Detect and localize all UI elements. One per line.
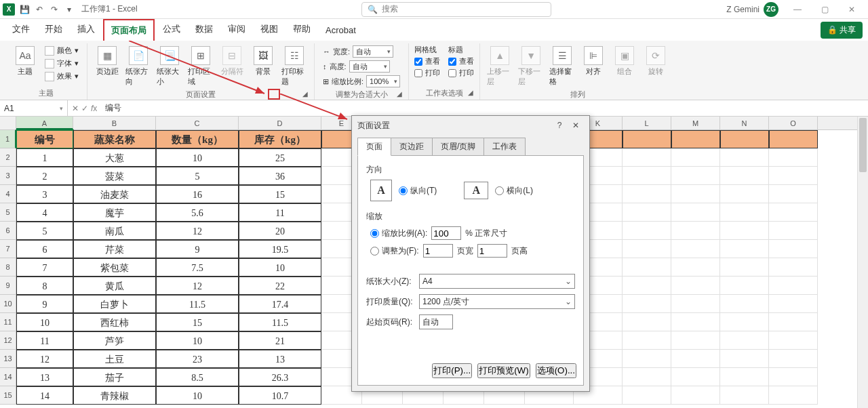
scale-launcher-icon[interactable]: ◢ [395, 90, 404, 100]
cell-M2[interactable] [671, 148, 720, 167]
cell-A7[interactable]: 6 [16, 240, 73, 258]
cell-D2[interactable]: 25 [239, 148, 321, 167]
col-header-A[interactable]: A [16, 117, 73, 129]
cell-N12[interactable] [720, 331, 769, 350]
cell-L9[interactable] [623, 277, 671, 295]
cell-C2[interactable]: 10 [156, 148, 239, 167]
send-backward-button[interactable]: ▼下移一层 [517, 45, 545, 88]
cell-N9[interactable] [720, 277, 769, 295]
cell-L14[interactable] [623, 368, 671, 386]
close-button[interactable]: ✕ [838, 0, 865, 19]
cell-D15[interactable]: 10.7 [239, 386, 321, 405]
adjust-to-radio[interactable]: 缩放比例(A): [370, 228, 427, 239]
orientation-button[interactable]: 📄纸张方向 [124, 45, 153, 88]
cell-A3[interactable]: 2 [16, 167, 73, 185]
tab-页面布局[interactable]: 页面布局 [103, 19, 155, 41]
fonts-button[interactable]: 字体 ▾ [42, 58, 81, 69]
size-button[interactable]: 📃纸张大小 [155, 45, 184, 88]
cell-A10[interactable]: 9 [16, 295, 73, 313]
cell-B15[interactable]: 青辣椒 [73, 386, 156, 405]
cell-L7[interactable] [623, 240, 671, 258]
tab-审阅[interactable]: 审阅 [221, 19, 252, 41]
cell-O9[interactable] [769, 277, 818, 295]
breaks-button[interactable]: ⊟分隔符 [218, 45, 246, 78]
cell-D5[interactable]: 11 [239, 203, 321, 222]
cell-O7[interactable] [769, 240, 818, 258]
cell-A13[interactable]: 12 [16, 350, 73, 368]
cell-O12[interactable] [769, 331, 818, 350]
cell-C5[interactable]: 5.6 [156, 203, 239, 222]
fit-to-radio[interactable]: 调整为(F): [370, 245, 419, 257]
tab-帮助[interactable]: 帮助 [286, 19, 317, 41]
cell-C12[interactable]: 10 [156, 331, 239, 350]
cell-C1[interactable]: 数量（kg） [156, 130, 239, 148]
cell-M8[interactable] [671, 258, 720, 277]
colors-button[interactable]: 颜色 ▾ [42, 45, 81, 56]
tab-插入[interactable]: 插入 [71, 19, 102, 41]
cell-N15[interactable] [720, 386, 769, 405]
cell-L8[interactable] [623, 258, 671, 277]
cell-C7[interactable]: 9 [156, 240, 239, 258]
dialog-tab-0[interactable]: 页面 [357, 138, 391, 156]
account-area[interactable]: Z Gemini ZG [726, 2, 778, 17]
print-area-button[interactable]: ⊞打印区域 [186, 45, 215, 88]
first-page-input[interactable]: 自动 [419, 314, 453, 329]
tab-视图[interactable]: 视图 [254, 19, 285, 41]
cell-L1[interactable] [623, 130, 671, 148]
cell-D7[interactable]: 19.5 [239, 240, 321, 258]
row-header-10[interactable]: 10 [0, 295, 16, 313]
cell-O2[interactable] [769, 148, 818, 167]
background-button[interactable]: 🖼背景 [249, 45, 277, 78]
cell-A1[interactable]: 编号 [16, 130, 73, 148]
cell-M13[interactable] [671, 350, 720, 368]
row-header-13[interactable]: 13 [0, 350, 16, 368]
qat-customize-icon[interactable]: ▾ [64, 4, 75, 15]
minimize-button[interactable]: — [784, 0, 811, 19]
formula-input[interactable]: 编号 [101, 102, 868, 114]
col-header-B[interactable]: B [73, 117, 156, 129]
cell-D13[interactable]: 13 [239, 350, 321, 368]
cell-C8[interactable]: 7.5 [156, 258, 239, 277]
fit-height-input[interactable] [477, 244, 507, 258]
maximize-button[interactable]: ▢ [811, 0, 838, 19]
margins-button[interactable]: ▦页边距 [93, 45, 121, 78]
cell-D12[interactable]: 21 [239, 331, 321, 350]
cell-M14[interactable] [671, 368, 720, 386]
cell-D8[interactable]: 10 [239, 258, 321, 277]
cell-M5[interactable] [671, 203, 720, 222]
row-header-14[interactable]: 14 [0, 368, 16, 386]
scale-height-combo[interactable]: 自动 [349, 60, 390, 73]
cell-B12[interactable]: 芦笋 [73, 331, 156, 350]
row-header-1[interactable]: 1 [0, 130, 16, 148]
tab-公式[interactable]: 公式 [156, 19, 187, 41]
share-button[interactable]: 🔒 共享 [821, 22, 863, 39]
cell-D4[interactable]: 15 [239, 185, 321, 203]
cell-O13[interactable] [769, 350, 818, 368]
cell-A14[interactable]: 13 [16, 368, 73, 386]
cell-N7[interactable] [720, 240, 769, 258]
undo-icon[interactable]: ↶ [34, 4, 45, 15]
cancel-formula-icon[interactable]: ✕ [72, 104, 79, 113]
save-icon[interactable]: 💾 [19, 4, 30, 15]
row-header-11[interactable]: 11 [0, 313, 16, 331]
print-titles-button[interactable]: ☷打印标题 [280, 45, 309, 88]
search-box[interactable]: 🔍 搜索 [361, 2, 551, 17]
cell-L5[interactable] [623, 203, 671, 222]
cell-D11[interactable]: 11.5 [239, 313, 321, 331]
align-button[interactable]: ⊫对齐 [579, 45, 608, 78]
cell-O10[interactable] [769, 295, 818, 313]
portrait-radio[interactable]: 纵向(T) [399, 185, 437, 197]
cell-N14[interactable] [720, 368, 769, 386]
fx-icon[interactable]: fx [91, 104, 97, 113]
headings-view-check[interactable]: 查看 [448, 56, 474, 66]
cell-D6[interactable]: 20 [239, 222, 321, 240]
cell-C13[interactable]: 23 [156, 350, 239, 368]
col-header-O[interactable]: O [769, 117, 818, 129]
cell-A2[interactable]: 1 [16, 148, 73, 167]
cell-A6[interactable]: 5 [16, 222, 73, 240]
paper-size-dropdown[interactable]: A4 [419, 274, 575, 289]
cell-N4[interactable] [720, 185, 769, 203]
cell-N8[interactable] [720, 258, 769, 277]
cell-B8[interactable]: 紫包菜 [73, 258, 156, 277]
gridlines-print-check[interactable]: 打印 [414, 68, 440, 78]
